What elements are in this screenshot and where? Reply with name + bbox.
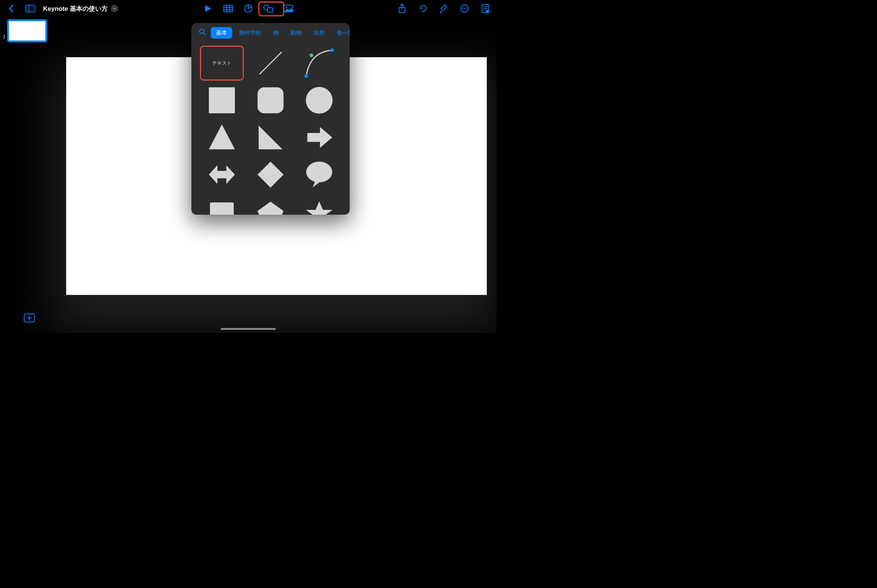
- svg-line-22: [204, 33, 206, 35]
- insert-shape-icon[interactable]: [261, 2, 275, 15]
- tab-nature[interactable]: 自然: [308, 27, 330, 39]
- shape-triangle[interactable]: [200, 121, 244, 154]
- text-shape-label: テキスト: [200, 46, 244, 81]
- tab-food[interactable]: 食べ物: [332, 27, 350, 39]
- shapes-popover: 基本 幾何学的 物 動物 自然 食べ物 テキスト: [191, 23, 350, 215]
- shape-square[interactable]: [200, 84, 244, 117]
- format-brush-icon[interactable]: [437, 2, 451, 15]
- svg-rect-9: [267, 8, 273, 12]
- svg-point-11: [286, 7, 287, 8]
- shape-arrow-right[interactable]: [297, 121, 341, 154]
- svg-rect-2: [224, 5, 233, 12]
- svg-point-30: [306, 162, 332, 182]
- shape-curve[interactable]: [297, 47, 341, 80]
- shape-text[interactable]: テキスト: [200, 47, 244, 80]
- svg-rect-0: [26, 5, 35, 12]
- shape-callout-rect[interactable]: [200, 195, 244, 215]
- svg-point-16: [466, 8, 467, 9]
- shape-line[interactable]: [248, 47, 293, 80]
- shape-speech-bubble[interactable]: [297, 158, 341, 191]
- svg-line-23: [259, 52, 282, 74]
- document-title[interactable]: Keynote 基本の使い方: [43, 4, 118, 13]
- svg-rect-31: [210, 202, 234, 215]
- undo-icon[interactable]: [416, 2, 429, 15]
- insert-chart-icon[interactable]: [242, 2, 255, 15]
- svg-point-25: [309, 54, 313, 57]
- back-button[interactable]: [5, 2, 18, 15]
- svg-point-15: [464, 8, 465, 9]
- presenter-notes-icon[interactable]: [479, 2, 492, 15]
- svg-point-29: [306, 87, 333, 114]
- insert-table-icon[interactable]: [221, 2, 235, 15]
- shape-diamond[interactable]: [248, 158, 293, 191]
- home-indicator: [221, 328, 276, 330]
- play-button[interactable]: [201, 2, 215, 15]
- shape-rounded-square[interactable]: [248, 84, 293, 117]
- search-icon[interactable]: [196, 27, 209, 39]
- shape-pentagon[interactable]: [248, 195, 293, 215]
- svg-point-26: [330, 48, 334, 52]
- svg-rect-28: [258, 87, 284, 113]
- tab-objects[interactable]: 物: [268, 27, 284, 39]
- insert-media-icon[interactable]: [282, 2, 295, 15]
- slide-number: 1: [3, 34, 6, 42]
- shape-star[interactable]: [297, 195, 341, 215]
- slide-thumbnail[interactable]: 1: [3, 20, 54, 42]
- shape-circle[interactable]: [297, 84, 341, 117]
- svg-point-24: [304, 74, 308, 78]
- document-title-text: Keynote 基本の使い方: [43, 4, 108, 13]
- svg-point-21: [200, 29, 204, 33]
- tab-basic[interactable]: 基本: [211, 27, 232, 39]
- more-icon[interactable]: [458, 2, 471, 15]
- share-icon[interactable]: [395, 2, 409, 15]
- svg-point-20: [486, 10, 489, 13]
- slide-navigator: 1: [0, 17, 57, 333]
- sidebar-toggle-icon[interactable]: [24, 2, 37, 15]
- chevron-down-icon[interactable]: [111, 5, 118, 12]
- add-slide-button[interactable]: [24, 314, 35, 322]
- shape-right-triangle[interactable]: [248, 121, 293, 154]
- tab-animals[interactable]: 動物: [285, 27, 307, 39]
- svg-point-14: [462, 8, 463, 9]
- tab-geometric[interactable]: 幾何学的: [234, 27, 266, 39]
- svg-rect-27: [209, 87, 235, 113]
- slide-thumbnail-preview: [8, 20, 47, 42]
- shape-double-arrow[interactable]: [200, 158, 244, 191]
